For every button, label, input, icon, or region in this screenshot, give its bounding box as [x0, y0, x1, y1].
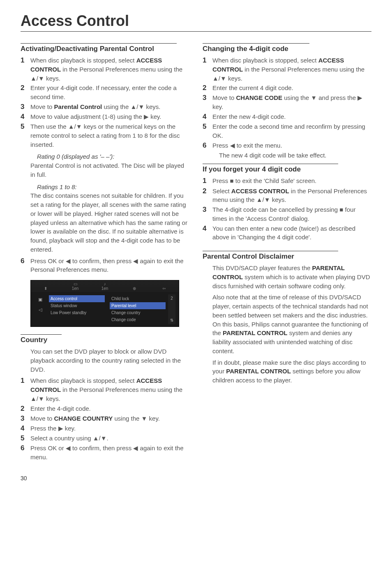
section-rule [21, 43, 177, 44]
rating-0-title: Rating 0 (displayed as '– –'): [37, 152, 189, 161]
rating-0-body: Parental Control is not activated. The D… [30, 161, 189, 179]
step-text: Then use the ▲/▼ keys or the numerical k… [30, 122, 189, 149]
section-rule [21, 334, 62, 335]
step-text: The 4-digit code can be cancelled by pre… [212, 205, 371, 223]
menu-item-access-control: Access control [49, 295, 105, 302]
section-rule [203, 164, 338, 164]
menu-item-change-code: Change code [110, 316, 166, 323]
step-result: The new 4 digit code will be take effect… [219, 151, 371, 160]
country-intro: You can set the DVD player to block or a… [30, 347, 189, 374]
step-text: Enter your 4-digit code. If necessary, e… [30, 83, 189, 102]
section-heading-disclaimer: Parental Control Disclaimer [203, 252, 371, 261]
section-rule [203, 43, 309, 44]
step-text: Press OK or ◀ to confirm, then press ◀ a… [30, 444, 189, 462]
step-text: When disc playback is stopped, select AC… [30, 376, 189, 403]
rating-1-8-title: Ratings 1 to 8: [37, 183, 189, 192]
menu-item-status-window: Status window [49, 302, 105, 309]
step-text: Select ACCESS CONTROL in the Personal Pr… [212, 187, 371, 205]
step-text: When disc playback is stopped, select AC… [30, 56, 189, 83]
step-text: When disc playback is stopped, select AC… [212, 56, 371, 83]
step-text: Press OK or ◀ to confirm, then press ◀ a… [30, 257, 189, 275]
menu-item-child-lock: Child lock [110, 295, 166, 302]
disclaimer-p2: Also note that at the time of release of… [212, 293, 371, 355]
step-text: Move to CHANGE COUNTRY using the ▼ key. [30, 414, 189, 423]
menu-item-parental-level: Parental level [110, 302, 166, 309]
section-rule [203, 251, 338, 251]
step-text: Press ■ to exit the 'Child Safe' screen. [212, 176, 371, 185]
step-text: Move to CHANGE CODE using the ▼ and pres… [212, 93, 371, 111]
menu-item-low-power: Low Power standby [49, 309, 105, 316]
page-title: Access Control [21, 12, 371, 30]
disclaimer-p3: If in doubt, please make sure the disc p… [212, 358, 371, 385]
rating-1-8-body: The disc contains scenes not suitable fo… [30, 191, 189, 254]
step-text: Enter the 4-digit code. [30, 404, 189, 413]
step-text: Enter the new 4-digit code. [212, 112, 371, 121]
step-text: Press the ▶ key. [30, 424, 189, 433]
section-heading-forget-code: If you forget your 4 digit code [203, 165, 371, 174]
step-text: Move to Parental Control using the ▲/▼ k… [30, 102, 189, 111]
step-text: You can then enter a new code (twice!) a… [212, 224, 371, 242]
menu-item-change-country: Change country [110, 309, 166, 316]
step-text: Enter the code a second time and reconfi… [212, 122, 371, 140]
menu-screenshot: ⬍ ▭1en ♪1en ⊕ ⇦ ▣◁ Access control Status… [30, 280, 179, 327]
step-text: Select a country using ▲/▼. [30, 434, 189, 443]
page-number: 30 [21, 475, 371, 482]
step-text: Move to value adjustment (1-8) using the… [30, 112, 189, 121]
section-heading-change-code: Changing the 4-digit code [203, 44, 371, 53]
step-text: Enter the current 4 digit code. [212, 83, 371, 93]
section-heading-parental: Activating/Deactivating Parental Control [21, 44, 189, 53]
section-heading-country: Country [21, 336, 189, 345]
disclaimer-p1: This DVD/SACD player features the PARENT… [212, 264, 371, 290]
step-text: Press ◀ to exit the menu. [212, 141, 371, 150]
